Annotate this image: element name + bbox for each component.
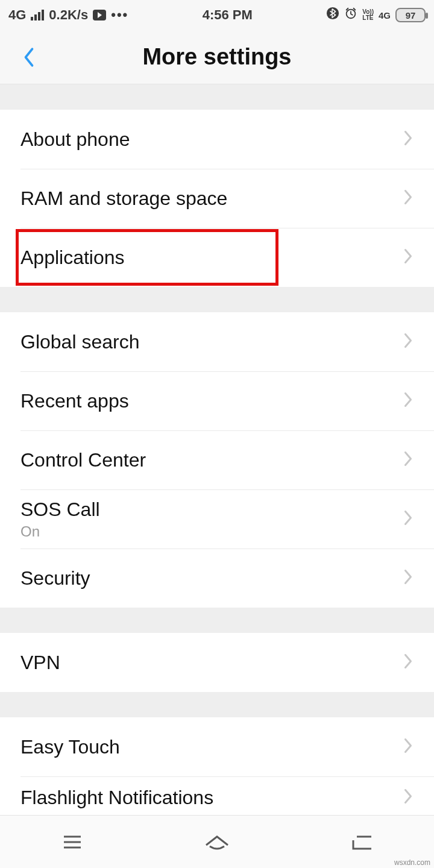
data-rate-label: 0.2K/s [49, 7, 88, 23]
row-label: Security [20, 567, 90, 590]
settings-section-3: VPN [0, 633, 434, 692]
nav-home-button[interactable] [200, 830, 234, 854]
settings-section-2: Global search Recent apps Control Center… [0, 312, 434, 608]
row-global-search[interactable]: Global search [0, 312, 434, 371]
status-left: 4G 0.2K/s ••• [8, 7, 128, 23]
chevron-right-icon [403, 332, 414, 352]
row-label: VPN [20, 652, 60, 674]
navigation-bar [0, 815, 434, 868]
watermark: wsxdn.com [394, 858, 430, 867]
chevron-right-icon [403, 568, 414, 588]
status-time: 4:56 PM [128, 7, 326, 23]
row-label: About phone [20, 128, 130, 151]
signal-icon [31, 10, 44, 20]
settings-section-4: Easy Touch Flashlight Notifications [0, 717, 434, 819]
alarm-icon [344, 7, 357, 24]
row-label: Flashlight Notifications [20, 787, 213, 809]
status-right: Vo)) LTE 4G 97 [326, 7, 426, 24]
row-label: Control Center [20, 449, 146, 471]
row-flashlight-notifications[interactable]: Flashlight Notifications [0, 776, 434, 819]
row-recent-apps[interactable]: Recent apps [0, 371, 434, 430]
row-control-center[interactable]: Control Center [0, 430, 434, 489]
chevron-right-icon [403, 188, 414, 209]
menu-icon [60, 833, 84, 851]
back-button[interactable] [17, 45, 41, 69]
row-label: SOS Call [20, 498, 100, 521]
row-applications[interactable]: Applications [0, 228, 434, 287]
row-label: Global search [20, 331, 139, 353]
home-icon [203, 833, 231, 851]
chevron-right-icon [403, 787, 414, 808]
row-ram-storage[interactable]: RAM and storage space [0, 169, 434, 228]
row-label: Easy Touch [20, 736, 120, 758]
network-right-label: 4G [379, 10, 391, 20]
row-label: Recent apps [20, 390, 129, 412]
notification-app-icon [93, 10, 106, 20]
back-icon [348, 833, 375, 851]
chevron-right-icon [403, 129, 414, 149]
network-type-label: 4G [8, 7, 26, 23]
chevron-right-icon [403, 247, 414, 268]
status-bar: 4G 0.2K/s ••• 4:56 PM Vo)) LTE 4G 97 [0, 0, 434, 30]
settings-section-1: About phone RAM and storage space Applic… [0, 110, 434, 287]
volte-icon: Vo)) LTE [362, 9, 374, 21]
chevron-right-icon [403, 509, 414, 529]
row-sublabel: On [20, 523, 100, 540]
nav-recent-button[interactable] [55, 830, 89, 854]
bluetooth-icon [326, 7, 339, 24]
page-title: More settings [0, 44, 434, 70]
row-security[interactable]: Security [0, 549, 434, 608]
chevron-right-icon [403, 652, 414, 673]
row-vpn[interactable]: VPN [0, 633, 434, 692]
chevron-right-icon [403, 391, 414, 411]
row-label: Applications [20, 247, 125, 269]
more-notifications-icon: ••• [111, 7, 128, 23]
row-sos-call[interactable]: SOS Call On [0, 489, 434, 549]
chevron-right-icon [403, 450, 414, 470]
battery-icon: 97 [395, 8, 426, 22]
row-about-phone[interactable]: About phone [0, 110, 434, 169]
chevron-right-icon [403, 737, 414, 757]
app-header: More settings [0, 30, 434, 84]
nav-back-button[interactable] [345, 830, 379, 854]
chevron-left-icon [22, 47, 36, 68]
row-easy-touch[interactable]: Easy Touch [0, 717, 434, 776]
row-label: RAM and storage space [20, 187, 227, 210]
